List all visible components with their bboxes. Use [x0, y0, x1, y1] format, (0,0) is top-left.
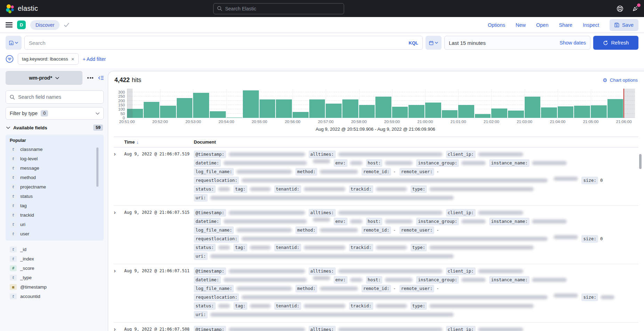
field-item[interactable]: #_score [8, 264, 101, 273]
histogram-bar[interactable] [392, 107, 408, 118]
help-icon[interactable] [616, 5, 624, 13]
histogram-bar[interactable] [458, 105, 474, 118]
global-search-input[interactable]: Search Elastic [213, 3, 344, 14]
query-language-button[interactable]: KQL [409, 40, 418, 46]
document-field-continuation [551, 177, 578, 181]
field-item[interactable]: tprojectname [8, 182, 101, 192]
field-item[interactable]: tclassname [8, 145, 101, 154]
time-range-input[interactable]: Last 15 minutes Show dates [444, 36, 590, 50]
histogram-bar[interactable] [591, 105, 607, 118]
histogram-bar[interactable] [342, 99, 358, 118]
menu-icon[interactable] [6, 21, 13, 29]
field-item[interactable]: t_index [8, 254, 101, 264]
options-link[interactable]: Options [488, 22, 505, 28]
histogram-plot[interactable]: 05010015020025030020:51:0020:52:0020:53:… [127, 89, 635, 118]
document-field: type: [411, 185, 534, 193]
add-filter-link[interactable]: + Add filter [83, 56, 106, 62]
field-item[interactable]: tuser [8, 229, 101, 239]
field-value-redacted [210, 254, 454, 258]
field-search-input[interactable]: Search field names [6, 90, 104, 104]
histogram-bar[interactable] [210, 111, 226, 118]
histogram-bar[interactable] [442, 110, 458, 118]
show-dates-link[interactable]: Show dates [559, 40, 586, 46]
expand-row-icon[interactable]: › [114, 151, 124, 203]
field-item[interactable]: tlog-level [8, 154, 101, 163]
elastic-logo[interactable]: elastic [5, 4, 38, 14]
histogram-bar[interactable] [408, 105, 424, 118]
new-link[interactable]: New [516, 22, 526, 28]
field-value-redacted [304, 245, 345, 250]
histogram-bar[interactable] [226, 118, 243, 118]
remove-filter-icon[interactable]: × [71, 56, 74, 62]
row-document-summary: @timestamp:alltimes:client_ip:datetime:e… [194, 151, 638, 203]
available-fields-header[interactable]: Available fields 59 [6, 124, 104, 131]
histogram-bar[interactable] [326, 104, 342, 118]
filter-icon[interactable] [6, 55, 14, 63]
expand-row-icon[interactable]: › [114, 267, 124, 320]
table-header: Time ↓ Document [114, 137, 638, 147]
histogram-bar[interactable] [525, 97, 541, 118]
field-options-icon[interactable] [86, 76, 95, 80]
date-quick-select-button[interactable] [426, 36, 442, 50]
search-icon [10, 95, 15, 100]
histogram-bar[interactable] [293, 112, 309, 118]
filter-by-type-select[interactable]: Filter by type 0 [6, 107, 104, 120]
histogram-bar[interactable] [491, 108, 507, 118]
histogram-bar[interactable] [375, 97, 391, 118]
field-value-redacted [338, 152, 443, 156]
expand-row-icon[interactable]: › [114, 209, 124, 261]
field-item[interactable]: t_type [8, 273, 101, 282]
inspect-link[interactable]: Inspect [583, 22, 599, 28]
histogram-bar[interactable] [160, 106, 176, 118]
save-button[interactable]: Save [610, 19, 638, 31]
histogram-bar[interactable] [144, 102, 160, 118]
field-key-pill: size: [581, 177, 598, 184]
index-pattern-switcher[interactable]: wm-prod* [6, 71, 82, 85]
histogram-bar[interactable] [177, 98, 193, 118]
open-link[interactable]: Open [536, 22, 548, 28]
query-search-input[interactable]: Search KQL [24, 36, 423, 50]
histogram-bar[interactable] [558, 106, 574, 118]
field-value-redacted [376, 304, 407, 308]
sidebar-scrollbar[interactable] [96, 147, 98, 187]
histogram-bar[interactable] [607, 99, 623, 118]
histogram-bar[interactable] [359, 105, 375, 118]
table-scrollbar[interactable] [639, 154, 642, 169]
histogram-bar[interactable] [243, 90, 259, 118]
histogram-bar[interactable] [541, 107, 557, 118]
expand-row-icon[interactable]: › [114, 326, 124, 331]
field-item[interactable]: ttag [8, 201, 101, 210]
field-item[interactable]: turi [8, 220, 101, 229]
refresh-button[interactable]: Refresh [593, 36, 638, 50]
field-item[interactable]: tmethod [8, 173, 101, 182]
histogram-bar[interactable] [309, 99, 325, 118]
app-menu-bar: D Discover Options New Open Share Inspec… [0, 17, 644, 33]
field-item[interactable]: ttrackid [8, 210, 101, 220]
histogram-bar[interactable] [260, 99, 276, 118]
histogram-bar[interactable] [276, 99, 292, 118]
histogram-bar[interactable] [508, 111, 524, 118]
chart-options-button[interactable]: ⚙ Chart options [603, 78, 638, 83]
field-item[interactable]: taccountid [8, 292, 101, 301]
time-range-value[interactable]: Last 15 minutes [449, 40, 486, 46]
field-item[interactable]: tmessage [8, 163, 101, 173]
share-link[interactable]: Share [559, 22, 572, 28]
breadcrumb[interactable]: Discover [30, 20, 59, 30]
histogram-bar[interactable] [425, 103, 441, 118]
field-item[interactable]: tstatus [8, 192, 101, 201]
field-item[interactable]: t_id [8, 245, 101, 254]
histogram-bar[interactable] [475, 114, 491, 118]
newsfeed-icon[interactable] [631, 5, 639, 13]
field-value-redacted [218, 187, 230, 191]
saved-query-menu-button[interactable] [6, 36, 22, 50]
histogram-bar[interactable] [574, 106, 590, 118]
gear-icon: ⚙ [603, 78, 607, 83]
field-item[interactable]: ▦@timestamp [8, 282, 101, 292]
time-column-header[interactable]: Time ↓ [124, 139, 194, 145]
histogram-bar[interactable] [193, 93, 209, 118]
document-field: uri: [194, 311, 454, 318]
filter-pill[interactable]: tag.keyword: lbaccess × [18, 53, 79, 65]
discover-app-badge[interactable]: D [17, 21, 26, 29]
collapse-sidebar-icon[interactable] [98, 75, 104, 80]
document-field: requestlocation: [194, 235, 548, 243]
